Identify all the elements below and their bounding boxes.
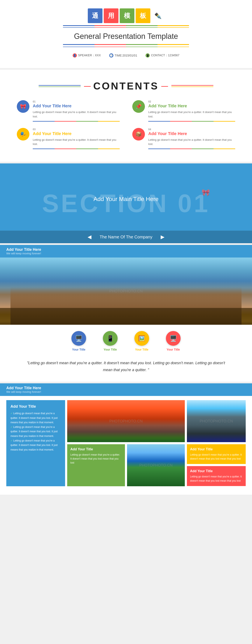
char-4: 板: [136, 8, 150, 23]
slide-4-title: Add Your Title Here: [6, 248, 246, 252]
blue-list-item-1: Letting go doesn't mean that you're a qu…: [10, 411, 61, 425]
time-item: 🕐 TIME:2015/01/01: [109, 53, 137, 58]
yellow-card: Add Your Title Letting go doesn't mean t…: [187, 444, 246, 464]
red-title: Add Your Title: [190, 469, 242, 473]
icon-item-2: 📱 Your Title: [103, 331, 118, 351]
top-color-bar-thin: [63, 27, 189, 28]
grid-right: PHOTOPHOTO.CN Add Your Title Letting go …: [187, 400, 246, 486]
left-lines: [39, 85, 81, 87]
speaker-label: SPEAKER：XXX: [78, 54, 101, 57]
bow-icon: 🎀: [202, 188, 210, 196]
icon-item-1: 🖥️ Your Title: [72, 331, 86, 351]
item-3-title: Add Your Title Here: [33, 131, 120, 136]
quote-text: "Letting go doesn't mean that you're a q…: [0, 356, 252, 382]
green-card: Add Your Title Letting go doesn't mean t…: [67, 444, 125, 486]
item-4-desc: Letting go doesn't mean that you're a qu…: [148, 138, 235, 146]
grid-middle: PHOTOPHOTO.CN Add Your Title Letting go …: [67, 400, 185, 486]
blue-list-item-2: Letting go doesn't mean that you're a qu…: [10, 425, 61, 438]
slide-5-title: Add Your Title Here: [6, 386, 246, 390]
blue-card-list: Letting go doesn't mean that you're a qu…: [10, 411, 61, 452]
item-2-num: 02: [148, 100, 235, 103]
section-main-title: Add Your Main Title Here: [94, 196, 158, 202]
content-item-3: 🎭 03 Add Your Title Here Letting go does…: [17, 128, 120, 149]
right-top-image: PHOTOPHOTO.CN: [187, 400, 246, 442]
icon-circle-3: 🖼️: [134, 331, 149, 346]
thin-bar-red: [94, 27, 126, 28]
bar-yellow: [158, 25, 189, 26]
char-2: 用: [104, 8, 118, 23]
top-color-bar: [63, 25, 189, 26]
yellow-title: Add Your Title: [190, 448, 242, 451]
icon-row: 🖥️ Your Title 📱 Your Title 🖼️ Your Title…: [0, 325, 252, 356]
item-2-desc: Letting go doesn't mean that you're a qu…: [148, 110, 235, 119]
city-image: PHOTOPHOTO.CN: [0, 258, 252, 325]
char-3: 模: [120, 8, 134, 23]
item-1-body: 01 Add Your Title Here Letting go doesn'…: [33, 100, 120, 122]
item-2-body: 02 Add Your Title Here Letting go doesn'…: [148, 100, 235, 122]
section-bottom: ◀ The Name Of The Company ▶: [0, 231, 252, 243]
speaker-item: 👤 SPEAKER：XXX: [73, 53, 101, 58]
icon-item-4: 🖥️ Your Title: [166, 331, 180, 351]
slide-1: 通 用 模 板 ✒️ General Presentation Template…: [0, 0, 252, 68]
item-4-title: Add Your Title Here: [148, 131, 235, 136]
slide-2: — CONTENTS — 🎀 01 Add Your Title Here Le…: [0, 70, 252, 162]
right-lines: [171, 85, 213, 87]
item-3-desc: Letting go doesn't mean that you're a qu…: [33, 138, 120, 146]
item-2-title: Add Your Title Here: [148, 104, 235, 108]
time-label: TIME:2015/01/01: [115, 54, 137, 57]
item-2-bar: [148, 121, 235, 122]
item-3-bar: [33, 148, 120, 149]
thin-bar-green: [126, 27, 158, 28]
contents-grid: 🎀 01 Add Your Title Here Letting go does…: [17, 100, 235, 149]
contents-title: CONTENTS: [93, 80, 159, 92]
slide-3: SECTION 01 Add Your Main Title Here 🎀 ◀ …: [0, 164, 252, 243]
contact-label: CONTACT：1234567: [151, 54, 179, 57]
section-bg-text: SECTION 01: [42, 189, 210, 218]
green-title: Add Your Title: [70, 448, 122, 451]
item-4-bar: [148, 148, 235, 149]
next-arrow[interactable]: ▶: [161, 234, 164, 240]
red-text: Letting go doesn't mean that you're a qu…: [190, 475, 242, 483]
icon-circle-1: 🖥️: [72, 331, 86, 346]
item-3-num: 03: [33, 128, 120, 131]
circle-4: 📦: [132, 128, 145, 140]
item-1-bar: [33, 121, 120, 122]
char-1: 通: [88, 8, 102, 23]
content-item-1: 🎀 01 Add Your Title Here Letting go does…: [17, 100, 120, 122]
icon-label-1: Your Title: [72, 348, 85, 351]
slide-4-header: Add Your Title Here We will keep moving …: [0, 245, 252, 258]
icon-circle-2: 📱: [103, 331, 118, 346]
circle-1: 🎀: [17, 100, 30, 113]
speaker-icon: 👤: [73, 53, 77, 58]
item-1-title: Add Your Title Here: [33, 104, 120, 108]
prev-arrow[interactable]: ◀: [88, 234, 91, 240]
green-text: Letting go doesn't mean that you're a qu…: [70, 453, 122, 465]
content-item-4: 📦 04 Add Your Title Here Letting go does…: [132, 128, 235, 149]
item-1-desc: Letting go doesn't mean that you're a qu…: [33, 110, 120, 119]
item-4-body: 04 Add Your Title Here Letting go doesn'…: [148, 128, 235, 149]
bar-red: [94, 25, 126, 26]
icon-circle-4: 🖥️: [166, 331, 180, 346]
thin-bar-yellow: [158, 27, 189, 28]
slide-5-grid: Add Your Title Letting go doesn't mean t…: [0, 400, 252, 486]
icon-label-3: Your Title: [135, 348, 148, 351]
icon-label-2: Your Title: [104, 348, 117, 351]
main-title: General Presentation Template: [12, 32, 240, 41]
phone-icon: 📱: [146, 53, 150, 58]
contact-item: 📱 CONTACT：1234567: [146, 53, 179, 58]
slide-5-header: Add Your Title Here We will keep moving …: [0, 383, 252, 396]
bottom-right-image: PHOTOPHOTO.CN: [127, 444, 185, 486]
slide-5: Add Your Title Here We will keep moving …: [0, 383, 252, 495]
slide-4: Add Your Title Here We will keep moving …: [0, 245, 252, 382]
bar-green: [126, 25, 158, 26]
yellow-text: Letting go doesn't mean that you're a qu…: [190, 453, 242, 461]
bottom-row: Add Your Title Letting go doesn't mean t…: [67, 444, 185, 486]
blue-list-item-3: Letting go doesn't mean that you're a qu…: [10, 438, 61, 452]
slide-4-sub: We will keep moving forever!: [6, 252, 246, 255]
title-chars-row: 通 用 模 板 ✒️: [12, 8, 240, 23]
bottom-color-bar-thin: [63, 47, 189, 47]
blue-card: Add Your Title Letting go doesn't mean t…: [6, 400, 65, 486]
slide-5-sub: We will keep moving forever!: [6, 390, 246, 394]
bottom-color-bar: [63, 44, 189, 45]
circle-3: 🎭: [17, 128, 30, 140]
